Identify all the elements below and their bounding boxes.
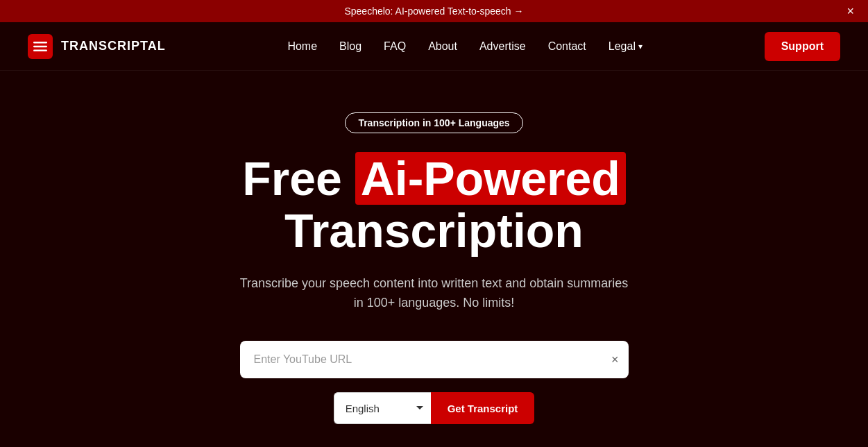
hero-title-highlighted: Ai-Powered [355, 152, 626, 205]
hero-section: Transcription in 100+ Languages Free Ai-… [0, 71, 868, 447]
banner-close-button[interactable]: × [846, 5, 854, 17]
navbar-nav: Home Blog FAQ About Advertise Contact Le… [287, 40, 643, 53]
banner-text: Speechelo: AI-powered Text-to-speech → [344, 6, 523, 17]
nav-link-blog[interactable]: Blog [339, 40, 361, 53]
url-input-container: × [240, 341, 629, 378]
url-clear-button[interactable]: × [611, 353, 619, 366]
get-transcript-button[interactable]: Get Transcript [431, 392, 535, 424]
svg-rect-1 [33, 45, 47, 47]
chevron-down-icon: ▾ [638, 42, 643, 51]
support-button[interactable]: Support [765, 32, 840, 61]
svg-rect-0 [33, 42, 47, 44]
language-select[interactable]: EnglishSpanishFrenchGermanPortugueseItal… [334, 392, 431, 424]
hero-title: Free Ai-Powered Transcription [242, 153, 626, 257]
hero-title-part1: Free [242, 152, 355, 205]
nav-link-faq[interactable]: FAQ [384, 40, 406, 53]
hero-badge: Transcription in 100+ Languages [345, 112, 522, 133]
logo-icon[interactable] [28, 34, 53, 59]
logo-text: TRANSCRIPTAL [61, 39, 166, 53]
bottom-controls: EnglishSpanishFrenchGermanPortugueseItal… [334, 392, 535, 424]
svg-rect-2 [33, 49, 47, 51]
navbar-logo-area: TRANSCRIPTAL [28, 34, 166, 59]
hero-subtitle: Transcribe your speech content into writ… [240, 273, 629, 314]
nav-link-legal[interactable]: Legal ▾ [609, 40, 643, 53]
menu-icon [33, 40, 47, 53]
navbar: TRANSCRIPTAL Home Blog FAQ About Adverti… [0, 22, 868, 71]
youtube-url-input[interactable] [240, 341, 629, 378]
top-banner: Speechelo: AI-powered Text-to-speech → × [0, 0, 868, 22]
hero-title-part2: Transcription [284, 204, 584, 257]
nav-link-advertise[interactable]: Advertise [479, 40, 526, 53]
nav-link-about[interactable]: About [428, 40, 457, 53]
nav-link-contact[interactable]: Contact [548, 40, 586, 53]
nav-link-home[interactable]: Home [287, 40, 317, 53]
